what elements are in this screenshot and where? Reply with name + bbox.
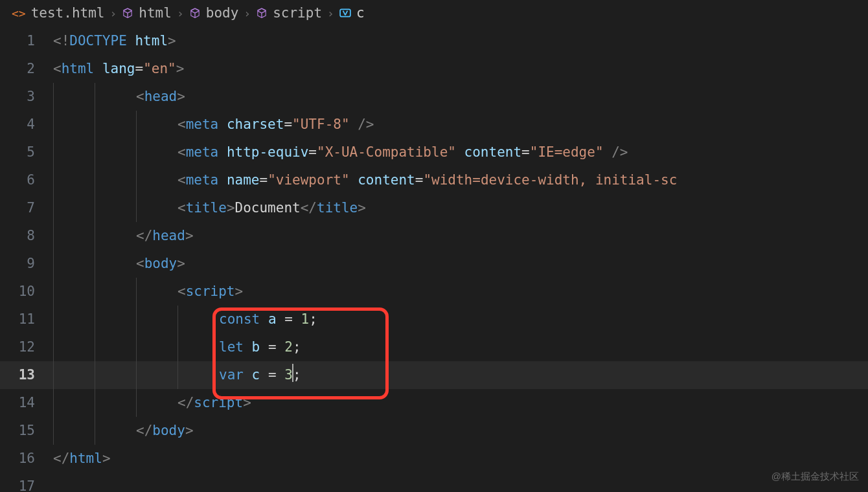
variable-icon (339, 7, 351, 19)
breadcrumb-html[interactable]: html (139, 5, 172, 21)
chevron-right-icon: › (177, 6, 184, 20)
line-number[interactable]: 9 (0, 250, 53, 278)
line-number[interactable]: 12 (0, 333, 53, 361)
line-number[interactable]: 8 (0, 222, 53, 250)
code-line[interactable]: 1<!DOCTYPE html> (0, 27, 868, 55)
line-number[interactable]: 13 (0, 361, 53, 389)
line-number[interactable]: 17 (0, 473, 53, 492)
chevron-right-icon: › (109, 6, 117, 20)
code-line[interactable]: 16</html> (0, 445, 868, 473)
code-line[interactable]: 12let b = 2; (0, 333, 868, 361)
cube-icon (189, 7, 201, 19)
code-line[interactable]: 9<body> (0, 250, 868, 278)
breadcrumb-variable[interactable]: c (356, 5, 365, 21)
code-line[interactable]: 14</script> (0, 389, 868, 417)
line-number[interactable]: 4 (0, 111, 53, 139)
chevron-right-icon: › (327, 6, 334, 20)
svg-rect-0 (340, 9, 350, 16)
code-line[interactable]: 7<title>Document</title> (0, 194, 868, 222)
code-line[interactable]: 17 (0, 473, 868, 492)
code-line[interactable]: 15</body> (0, 417, 868, 445)
code-line[interactable]: 11const a = 1; (0, 306, 868, 333)
breadcrumb[interactable]: <> test.html › html › body › script › c (0, 0, 868, 27)
line-number[interactable]: 5 (0, 139, 53, 166)
code-line[interactable]: 4<meta charset="UTF-8" /> (0, 111, 868, 139)
breadcrumb-body[interactable]: body (206, 5, 239, 21)
line-number[interactable]: 7 (0, 194, 53, 222)
code-line[interactable]: 2<html lang="en"> (0, 55, 868, 83)
cube-icon (122, 7, 133, 19)
chevron-right-icon: › (244, 6, 251, 20)
code-line[interactable]: 13var c = 3; (0, 361, 868, 389)
code-editor[interactable]: 1<!DOCTYPE html>2<html lang="en">3<head>… (0, 27, 868, 492)
cube-icon (256, 7, 268, 19)
code-line[interactable]: 5<meta http-equiv="X-UA-Compatible" cont… (0, 139, 868, 166)
code-line[interactable]: 6<meta name="viewport" content="width=de… (0, 166, 868, 194)
breadcrumb-file[interactable]: test.html (31, 5, 105, 21)
code-line[interactable]: 3<head> (0, 83, 868, 111)
html-file-icon: <> (12, 6, 26, 20)
line-number[interactable]: 14 (0, 389, 53, 417)
line-number[interactable]: 11 (0, 306, 53, 333)
breadcrumb-script[interactable]: script (273, 5, 322, 21)
code-line[interactable]: 10<script> (0, 278, 868, 306)
line-number[interactable]: 2 (0, 55, 53, 83)
line-number[interactable]: 15 (0, 417, 53, 445)
code-line[interactable]: 8</head> (0, 222, 868, 250)
line-number[interactable]: 3 (0, 83, 53, 111)
line-number[interactable]: 6 (0, 166, 53, 194)
line-number[interactable]: 10 (0, 278, 53, 306)
line-number[interactable]: 1 (0, 27, 53, 55)
line-number[interactable]: 16 (0, 445, 53, 473)
watermark: @稀土掘金技术社区 (771, 471, 859, 483)
